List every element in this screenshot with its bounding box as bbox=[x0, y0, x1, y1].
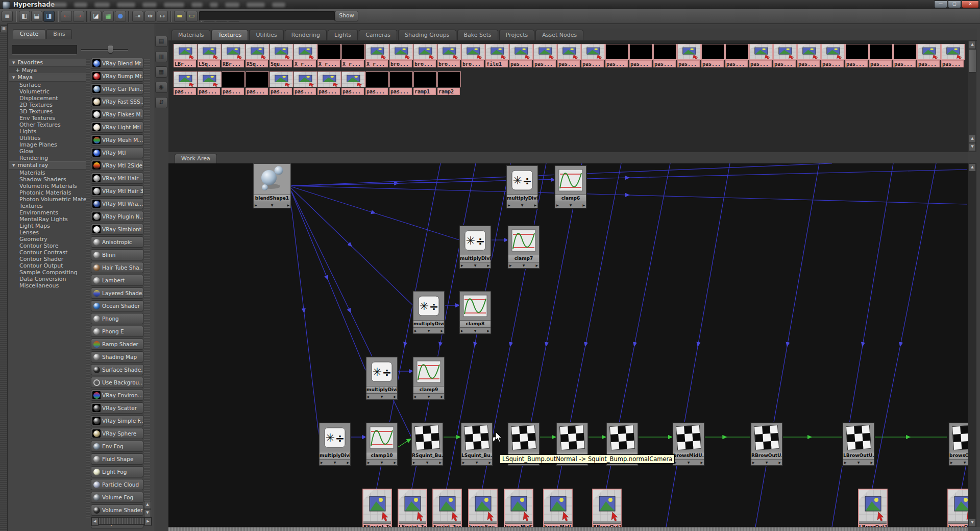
tree-item-materials[interactable]: Materials bbox=[9, 170, 86, 176]
swatch-grid-icon[interactable]: ▤ bbox=[155, 36, 167, 47]
swatch-pas-[interactable]: pas... bbox=[581, 44, 605, 67]
input-output-connections-icon[interactable]: ⇹ bbox=[144, 11, 156, 22]
menu-item-blurred[interactable] bbox=[48, 3, 67, 7]
panel-menu-icon[interactable]: ▦ bbox=[1, 26, 7, 32]
swatch-pas-[interactable]: pas... bbox=[341, 71, 365, 95]
swatch-pas-[interactable]: pas... bbox=[797, 44, 821, 67]
menu-item-blurred[interactable] bbox=[94, 3, 110, 7]
node-footer[interactable]: ▶▼▶ bbox=[555, 202, 586, 208]
tree-item-sample-compositing[interactable]: Sample Compositing bbox=[9, 269, 86, 276]
swatch-bro-[interactable]: bro... bbox=[461, 44, 485, 67]
node-expander-icon[interactable]: ▶ bbox=[287, 203, 289, 208]
shader-vray-light-mtl[interactable]: VRay Light Mtl bbox=[91, 122, 143, 133]
node-expander-icon[interactable]: ▶ bbox=[508, 203, 510, 208]
tree-item-other-textures[interactable]: Other Textures bbox=[9, 122, 86, 128]
node-expander-icon[interactable]: ▼ bbox=[381, 460, 383, 465]
node-expander-icon[interactable]: ▶ bbox=[414, 328, 417, 333]
shader-particle-cloud[interactable]: Particle Cloud bbox=[91, 479, 143, 490]
node-expander-icon[interactable]: ▶ bbox=[394, 394, 396, 399]
node-expander-icon[interactable]: ▶ bbox=[413, 460, 415, 465]
node-expander-icon[interactable]: ▼ bbox=[857, 460, 860, 465]
node-expander-icon[interactable]: ▶ bbox=[488, 460, 491, 465]
notes-icon[interactable]: ≣ bbox=[2, 11, 13, 22]
back-graph-icon[interactable]: ⇠ bbox=[61, 11, 72, 22]
swatch-Squ-[interactable]: Squ... bbox=[270, 44, 293, 67]
swatch-X-r-[interactable]: X_r... bbox=[317, 44, 341, 67]
wa-scroll-down-icon[interactable]: ▼ bbox=[969, 519, 976, 527]
shader-volume-shader[interactable]: Volume Shader bbox=[91, 504, 143, 516]
node-footer[interactable]: ▶▼▶ bbox=[320, 459, 350, 465]
swatch-pas-[interactable]: pas... bbox=[317, 71, 341, 95]
shader-vray-blend-mt-[interactable]: VRay Blend Mt... bbox=[91, 58, 143, 69]
swatch-size-slider-track[interactable] bbox=[81, 49, 128, 51]
shader-anisotropic[interactable]: Anisotropic bbox=[91, 236, 143, 248]
node-expander-icon[interactable]: ▶ bbox=[368, 460, 370, 465]
tree-item-env-textures[interactable]: Env Textures bbox=[9, 115, 86, 122]
shader-vray-simbiont[interactable]: VRay Simbiont bbox=[91, 224, 143, 235]
list-scroll-up-icon[interactable]: ▲ bbox=[144, 501, 151, 509]
layout-split-icon[interactable]: ◨ bbox=[43, 11, 55, 22]
minimize-button[interactable]: — bbox=[934, 1, 947, 8]
node-expander-icon[interactable]: ▶ bbox=[870, 460, 873, 465]
node-multiplyDivi-[interactable]: ✳÷multiplyDivi...▶▼▶ bbox=[366, 357, 398, 400]
toolbar-search-input[interactable] bbox=[199, 11, 335, 21]
tab-projects[interactable]: Projects bbox=[499, 30, 534, 40]
node-multiplyDivi-[interactable]: ✳÷multiplyDivi...▶▼▶ bbox=[319, 423, 351, 466]
node-expander-icon[interactable]: ▶ bbox=[255, 203, 257, 208]
tree-item-2d-textures[interactable]: 2D Textures bbox=[9, 102, 86, 108]
node-expander-icon[interactable]: ▼ bbox=[428, 394, 430, 399]
shader-surface-shade-[interactable]: Surface Shade... bbox=[91, 364, 143, 375]
node-expander-icon[interactable]: ▼ bbox=[428, 328, 430, 333]
swatch-pas-[interactable]: pas... bbox=[821, 44, 845, 67]
node-browsOutU-[interactable]: browsOutU...▶▼▶ bbox=[949, 423, 968, 466]
node-expander-icon[interactable]: ▶ bbox=[535, 263, 538, 268]
sort-order-icon[interactable]: ⇵ bbox=[155, 97, 167, 108]
show-bottom-tabs-icon[interactable]: ▭ bbox=[186, 11, 198, 22]
swatch-pas-[interactable]: pas... bbox=[222, 71, 245, 95]
maximize-button[interactable]: ▢ bbox=[948, 1, 961, 8]
tab-shading-groups[interactable]: Shading Groups bbox=[398, 30, 456, 40]
node-expander-icon[interactable]: ▶ bbox=[700, 460, 703, 465]
swatch-pas-[interactable]: pas... bbox=[557, 44, 581, 67]
list-scroll-left-icon[interactable]: ◀ bbox=[91, 518, 99, 526]
tree-item-contour-contrast[interactable]: Contour Contrast bbox=[9, 249, 86, 256]
menu-item-blurred[interactable] bbox=[272, 3, 285, 7]
input-connections-icon[interactable]: ⇥ bbox=[132, 11, 143, 22]
menu-bar-blurred[interactable] bbox=[48, 3, 285, 7]
swatch-pas-[interactable]: pas... bbox=[893, 44, 917, 67]
tree-item-mentalray-lights[interactable]: MentalRay Lights bbox=[9, 216, 86, 223]
node-footer[interactable]: ▶▼▶ bbox=[507, 202, 537, 208]
node-expander-icon[interactable]: ▶ bbox=[487, 263, 489, 268]
swatch-bro-[interactable]: bro... bbox=[437, 44, 461, 67]
node-footer[interactable]: ▶▼▶ bbox=[413, 393, 444, 399]
node-expander-icon[interactable]: ▶ bbox=[534, 203, 536, 208]
swatch-X-r-[interactable]: X_r... bbox=[365, 44, 389, 67]
swatch-size-slider-handle[interactable] bbox=[108, 45, 113, 54]
shader-layered-shade-[interactable]: Layered Shade... bbox=[91, 287, 143, 299]
node-footer[interactable]: ▶▼▶ bbox=[460, 262, 491, 268]
swatch-ramp2[interactable]: ramp2 bbox=[437, 71, 461, 95]
tab-lights[interactable]: Lights bbox=[328, 30, 358, 40]
node-expander-icon[interactable]: ▶ bbox=[440, 394, 443, 399]
swatch-pas-[interactable]: pas... bbox=[270, 71, 293, 95]
swatch-pas-[interactable]: pas... bbox=[629, 44, 653, 67]
node-RSquint-Bu-[interactable]: RSquint_Bu...▶▼▶ bbox=[411, 423, 443, 466]
layout-left-icon[interactable]: ◧ bbox=[19, 11, 30, 22]
shader-list-scrollbar[interactable] bbox=[144, 58, 150, 509]
node-expander-icon[interactable]: ▶ bbox=[556, 203, 559, 208]
node-expander-icon[interactable]: ▶ bbox=[347, 460, 349, 465]
node-footer[interactable]: ▶▼▶ bbox=[673, 459, 704, 465]
node-footer[interactable]: ▶▼▶ bbox=[843, 459, 874, 465]
node-multiplyDivi-[interactable]: ✳÷multiplyDivi...▶▼▶ bbox=[413, 291, 445, 334]
shader-vray-mesh-m-[interactable]: VRay Mesh M... bbox=[91, 134, 143, 146]
show-button[interactable]: Show bbox=[335, 11, 358, 21]
shader-blinn[interactable]: Blinn bbox=[91, 249, 143, 260]
node-expander-icon[interactable]: ▶ bbox=[461, 328, 463, 333]
tree-item-shadow-shaders[interactable]: Shadow Shaders bbox=[9, 176, 86, 183]
menu-item-blurred[interactable] bbox=[74, 3, 87, 7]
tree-item-mental-ray[interactable]: ▼mental ray bbox=[9, 161, 86, 170]
shader-shading-map[interactable]: Shading Map bbox=[91, 351, 143, 363]
menu-item-blurred[interactable] bbox=[117, 3, 135, 7]
node-browsMidU-[interactable]: browsMidU... bbox=[544, 489, 572, 527]
tree-item-maya[interactable]: + Maya bbox=[9, 67, 86, 74]
